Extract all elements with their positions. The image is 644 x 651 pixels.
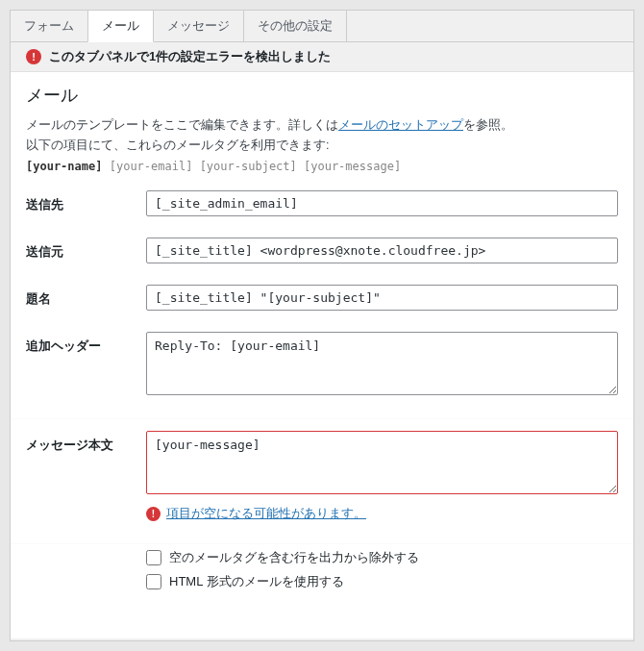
row-body-error: メッセージ本文 [your-message] ! 項目が空になる可能性があります… xyxy=(11,419,633,543)
row-from: 送信元 xyxy=(26,238,618,263)
subintro-text: 以下の項目にて、これらのメールタグを利用できます: xyxy=(26,138,618,154)
error-message: ! 項目が空になる可能性があります。 xyxy=(146,505,618,522)
label-to: 送信先 xyxy=(26,190,146,213)
tab-form[interactable]: フォーム xyxy=(10,10,88,42)
tag-rest[interactable]: [your-email] [your-subject] [your-messag… xyxy=(102,160,401,173)
textarea-headers[interactable]: Reply-To: [your-email] xyxy=(146,332,618,395)
checkbox-group: 空のメールタグを含む行を出力から除外する HTML 形式のメールを使用する xyxy=(26,549,618,590)
tag-your-name[interactable]: [your-name] xyxy=(26,160,102,173)
input-from[interactable] xyxy=(146,238,618,263)
check-exclude-row: 空のメールタグを含む行を出力から除外する xyxy=(146,549,618,566)
row-headers: 追加ヘッダー Reply-To: [your-email] xyxy=(26,332,618,398)
label-html: HTML 形式のメールを使用する xyxy=(169,573,344,590)
alert-text: このタブパネルで1件の設定エラーを検出しました xyxy=(49,48,331,65)
checkbox-exclude[interactable] xyxy=(146,550,161,565)
tab-mail[interactable]: メール xyxy=(87,10,154,42)
label-body: メッセージ本文 xyxy=(26,431,146,454)
tab-bar: フォーム メール メッセージ その他の設定 xyxy=(10,10,633,42)
error-link[interactable]: 項目が空になる可能性があります。 xyxy=(166,505,366,522)
alert-icon: ! xyxy=(146,507,161,521)
intro-prefix: メールのテンプレートをここで編集できます。詳しくは xyxy=(26,117,338,132)
intro-suffix: を参照。 xyxy=(463,117,513,132)
label-headers: 追加ヘッダー xyxy=(26,332,146,355)
label-subject: 題名 xyxy=(26,285,146,308)
row-body: メッセージ本文 [your-message] ! 項目が空になる可能性があります… xyxy=(26,431,618,522)
row-subject: 題名 xyxy=(26,285,618,311)
label-exclude: 空のメールタグを含む行を出力から除外する xyxy=(169,549,419,566)
alert-icon: ! xyxy=(26,49,41,64)
mail-panel-container: フォーム メール メッセージ その他の設定 ! このタブパネルで1件の設定エラー… xyxy=(10,10,634,641)
tab-messages[interactable]: メッセージ xyxy=(153,10,244,42)
input-to[interactable] xyxy=(146,190,618,216)
check-html-row: HTML 形式のメールを使用する xyxy=(146,573,618,590)
textarea-body[interactable]: [your-message] xyxy=(146,431,618,494)
intro-text: メールのテンプレートをここで編集できます。詳しくはメールのセットアップを参照。 xyxy=(26,116,618,134)
label-from: 送信元 xyxy=(26,238,146,261)
checkbox-html[interactable] xyxy=(146,574,161,589)
error-alert: ! このタブパネルで1件の設定エラーを検出しました xyxy=(11,42,633,72)
row-to: 送信先 xyxy=(26,190,618,216)
panel-content: ! このタブパネルで1件の設定エラーを検出しました メール メールのテンプレート… xyxy=(11,41,633,638)
tab-other[interactable]: その他の設定 xyxy=(243,10,347,42)
mail-tags: [your-name] [your-email] [your-subject] … xyxy=(26,160,618,173)
input-subject[interactable] xyxy=(146,285,618,311)
setup-link[interactable]: メールのセットアップ xyxy=(338,117,463,132)
section-title: メール xyxy=(26,84,618,107)
